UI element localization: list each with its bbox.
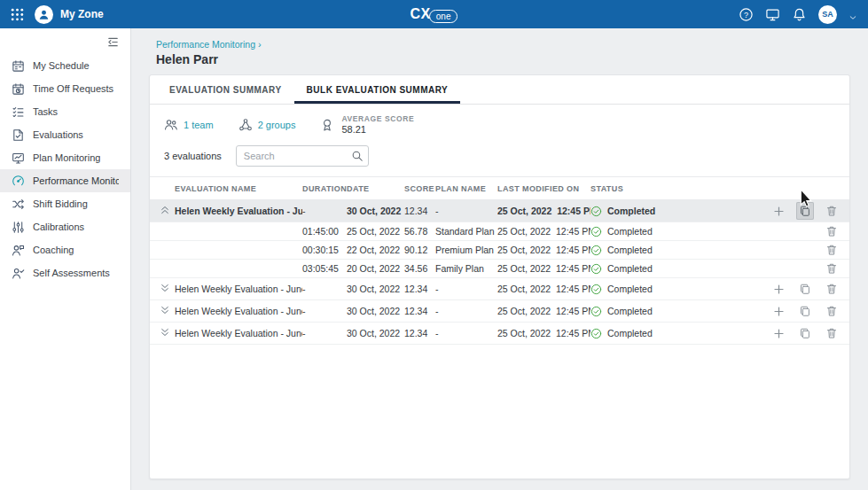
- plan-name-cell: Family Plan: [435, 263, 497, 274]
- collapse-rows-icon[interactable]: [159, 204, 171, 216]
- table-row[interactable]: Helen Weekly Evaluation - June 20 - 30 O…: [150, 300, 849, 323]
- table-row[interactable]: Helen Weekly Evaluation - June 20 - 30 O…: [150, 278, 849, 300]
- score-cell: 12.34: [404, 328, 435, 338]
- col-duration: DURATION: [302, 184, 347, 193]
- last-modified-cell: 25 Oct, 2022 12:45 PM: [497, 226, 590, 237]
- breadcrumb[interactable]: Performance Monitoring›: [156, 39, 850, 50]
- sidebar-item-plan-monitoring[interactable]: Plan Monitoring: [0, 146, 130, 169]
- breadcrumb-link[interactable]: Performance Monitoring: [156, 39, 255, 50]
- delete-icon[interactable]: [823, 260, 841, 277]
- screen-monitor-icon[interactable]: [765, 7, 780, 22]
- average-score-medal-icon: [320, 118, 334, 132]
- groups-icon: [239, 118, 253, 132]
- delete-icon[interactable]: [823, 324, 841, 342]
- delete-icon[interactable]: [823, 222, 841, 240]
- evaluation-name-cell: Helen Weekly Evaluation - June 20: [175, 328, 302, 338]
- col-status: STATUS: [590, 184, 752, 193]
- table-body: Helen Weekly Evaluation - June... - 30 O…: [150, 200, 849, 345]
- user-avatar[interactable]: SA: [818, 5, 837, 24]
- status-label: Completed: [607, 245, 653, 255]
- sidebar-item-shift-bidding[interactable]: Shift Bidding: [0, 192, 130, 215]
- tab-bulk-evaluation-summary[interactable]: BULK EVALUATION SUMMARY: [294, 75, 461, 104]
- last-modified-cell: 25 Oct, 2022 12:45 PM: [497, 206, 590, 216]
- sidebar-item-coaching[interactable]: Coaching: [0, 238, 130, 261]
- sidebar-item-label: Tasks: [33, 106, 58, 117]
- sidebar-item-label: Performance Monitoring: [33, 175, 119, 186]
- sidebar-item-my-schedule[interactable]: My Schedule: [0, 54, 130, 77]
- plan-monitoring-icon: [12, 152, 25, 165]
- add-icon[interactable]: [770, 202, 787, 220]
- coaching-icon: [12, 244, 25, 257]
- search-input[interactable]: [236, 145, 369, 167]
- expand-rows-icon[interactable]: [159, 326, 171, 338]
- table-row[interactable]: 00:30:15 22 Oct, 2022 90.12 Premium Plan…: [150, 241, 849, 260]
- average-score: AVERAGE SCORE 58.21: [320, 114, 414, 136]
- duration-cell: -: [302, 284, 347, 294]
- copy-icon[interactable]: [796, 324, 814, 342]
- sidebar-item-evaluations[interactable]: Evaluations: [0, 123, 130, 146]
- date-cell: 22 Oct, 2022: [347, 245, 404, 255]
- my-zone-logo-icon[interactable]: [35, 5, 53, 24]
- table-header-row: EVALUATION NAME DURATION DATE SCORE PLAN…: [150, 176, 849, 200]
- collapse-sidebar-icon[interactable]: [106, 35, 120, 49]
- add-icon[interactable]: [770, 280, 787, 298]
- tab-evaluation-summary[interactable]: EVALUATION SUMMARY: [157, 75, 294, 104]
- tasks-icon: [12, 105, 25, 119]
- table-row[interactable]: Helen Weekly Evaluation - June 20 - 30 O…: [150, 323, 849, 345]
- team-label[interactable]: 1 team: [184, 120, 214, 130]
- sidebar-item-calibrations[interactable]: Calibrations: [0, 215, 130, 238]
- plan-name-cell: Standard Plan: [435, 226, 497, 237]
- evaluations-icon: [12, 128, 25, 142]
- sidebar-item-label: Plan Monitoring: [33, 152, 100, 163]
- sidebar-nav: My Schedule Time Off Requests Tasks Eval…: [0, 54, 130, 284]
- date-cell: 20 Oct, 2022: [347, 263, 404, 274]
- score-cell: 34.56: [404, 263, 435, 274]
- plan-name-cell: -: [435, 284, 497, 294]
- groups-link[interactable]: 2 groups: [239, 118, 296, 132]
- team-link[interactable]: 1 team: [164, 118, 214, 132]
- delete-icon[interactable]: [823, 302, 841, 320]
- sidebar-item-time-off-requests[interactable]: Time Off Requests: [0, 77, 130, 100]
- check-circle-icon: [590, 263, 602, 275]
- col-evaluation-name: EVALUATION NAME: [175, 184, 302, 193]
- date-cell: 30 Oct, 2022: [347, 284, 404, 294]
- row-actions: [752, 324, 841, 342]
- table-row[interactable]: 03:05:45 20 Oct, 2022 34.56 Family Plan …: [150, 260, 849, 278]
- sidebar-item-self-assessments[interactable]: Self Assessments: [0, 261, 130, 284]
- duration-cell: 01:45:00: [302, 226, 347, 237]
- cxone-logo-cx: CX: [411, 6, 431, 22]
- sidebar-item-performance-monitoring[interactable]: Performance Monitoring: [0, 169, 130, 192]
- search-icon[interactable]: [351, 150, 364, 162]
- copy-icon[interactable]: [796, 280, 814, 298]
- add-icon[interactable]: [770, 302, 787, 320]
- chevron-down-icon[interactable]: [848, 10, 857, 19]
- expand-rows-icon[interactable]: [159, 282, 171, 294]
- sidebar-item-tasks[interactable]: Tasks: [0, 100, 130, 123]
- groups-label[interactable]: 2 groups: [258, 120, 296, 130]
- app-body: My Schedule Time Off Requests Tasks Eval…: [0, 28, 868, 490]
- add-icon[interactable]: [770, 324, 787, 342]
- sidebar-header: [0, 28, 130, 54]
- status-cell: Completed: [590, 245, 752, 256]
- expand-rows-icon[interactable]: [159, 304, 171, 316]
- status-cell: Completed: [590, 284, 752, 295]
- delete-icon[interactable]: [823, 202, 841, 220]
- notifications-bell-icon[interactable]: [792, 7, 807, 22]
- apps-grid-icon[interactable]: [11, 8, 24, 21]
- duration-cell: -: [302, 306, 347, 316]
- evaluation-name-cell: Helen Weekly Evaluation - June...: [175, 206, 302, 216]
- col-date: DATE: [347, 184, 404, 193]
- table-row[interactable]: Helen Weekly Evaluation - June... - 30 O…: [150, 200, 849, 222]
- delete-icon[interactable]: [823, 280, 841, 298]
- app-title: My Zone: [60, 8, 104, 20]
- time-off-icon: [12, 82, 25, 96]
- main-content: Performance Monitoring› Helen Parr EVALU…: [131, 28, 868, 490]
- status-cell: Completed: [590, 328, 752, 339]
- row-actions: [752, 222, 841, 240]
- delete-icon[interactable]: [823, 241, 841, 259]
- copy-icon[interactable]: [796, 202, 814, 220]
- copy-icon[interactable]: [796, 302, 814, 320]
- table-row[interactable]: 01:45:00 25 Oct, 2022 56.78 Standard Pla…: [150, 222, 849, 241]
- duration-cell: 03:05:45: [302, 263, 347, 274]
- help-icon[interactable]: ?: [739, 7, 754, 22]
